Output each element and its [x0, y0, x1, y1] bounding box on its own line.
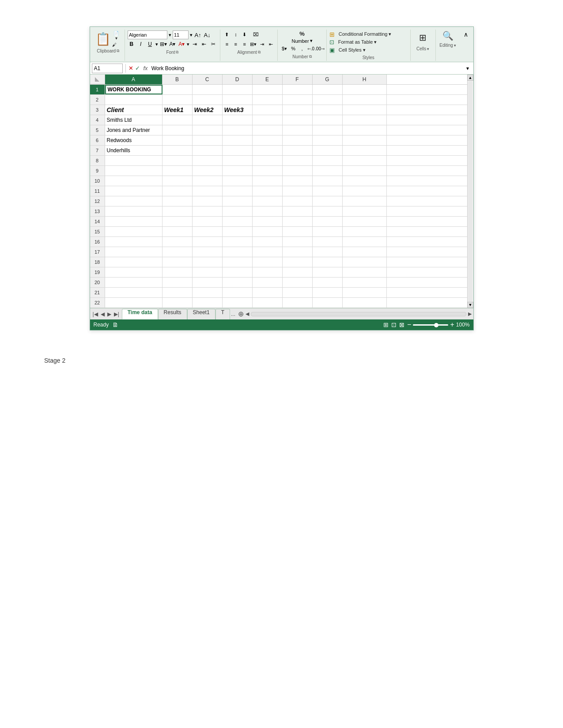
cell-E20[interactable] [253, 278, 283, 287]
cell-c3[interactable]: Week2 [193, 105, 223, 115]
currency-button[interactable]: $▾ [280, 45, 288, 53]
cell-c5[interactable] [193, 125, 223, 135]
col-header-g[interactable]: G [313, 75, 343, 84]
cell-A13[interactable] [105, 206, 162, 216]
cell-B22[interactable] [162, 298, 193, 308]
cell-B10[interactable] [162, 176, 193, 186]
collapse-ribbon-button[interactable]: ∧ [462, 30, 470, 38]
cell-f3[interactable] [283, 105, 313, 115]
cell-g6[interactable] [313, 135, 343, 145]
normal-view-icon[interactable]: ⊞ [383, 321, 389, 328]
confirm-formula-icon[interactable]: ✓ [135, 65, 140, 71]
col-header-b[interactable]: B [162, 75, 193, 84]
increase-decimal-button[interactable]: .00⇾ [316, 45, 324, 53]
cell-G11[interactable] [313, 186, 343, 196]
cell-F17[interactable] [283, 247, 313, 257]
cell-H18[interactable] [343, 257, 387, 267]
col-header-e[interactable]: E [253, 75, 283, 84]
cell-A12[interactable] [105, 196, 162, 206]
search-icon[interactable]: 🔍 [442, 30, 453, 41]
cell-f7[interactable] [283, 146, 313, 155]
cell-G22[interactable] [313, 298, 343, 308]
cell-A22[interactable] [105, 298, 162, 308]
font-size-input[interactable] [173, 30, 189, 39]
cell-E10[interactable] [253, 176, 283, 186]
scroll-left-button[interactable]: ◀ [246, 311, 249, 317]
cell-e5[interactable] [253, 125, 283, 135]
decrease-indent-button[interactable]: ⇤ [200, 40, 208, 48]
horizontal-scrollbar-track[interactable] [251, 312, 466, 316]
cell-D8[interactable] [223, 156, 253, 165]
cell-H10[interactable] [343, 176, 387, 186]
horizontal-scroll[interactable]: ◀ ▶ [246, 308, 472, 320]
cell-E21[interactable] [253, 288, 283, 297]
cell-B17[interactable] [162, 247, 193, 257]
cell-H17[interactable] [343, 247, 387, 257]
percent-button[interactable]: % [289, 45, 297, 53]
cell-h1[interactable] [343, 85, 387, 94]
merge-button[interactable]: ⊞▾ [249, 40, 257, 48]
formula-bar-expand[interactable]: ▾ [464, 64, 472, 72]
cell-b4[interactable] [162, 115, 193, 125]
cell-A15[interactable] [105, 227, 162, 236]
cell-A21[interactable] [105, 288, 162, 297]
cell-f1[interactable] [283, 85, 313, 94]
cell-A9[interactable] [105, 166, 162, 176]
cell-E11[interactable] [253, 186, 283, 196]
number-format-dropdown[interactable]: Number ▾ [291, 38, 312, 44]
fill-color-button[interactable]: A▾ [169, 40, 177, 48]
cell-D11[interactable] [223, 186, 253, 196]
cell-C18[interactable] [193, 257, 223, 267]
cell-A20[interactable] [105, 278, 162, 287]
cell-G12[interactable] [313, 196, 343, 206]
cell-b1[interactable] [162, 85, 193, 94]
page-break-icon[interactable]: ⊠ [399, 321, 404, 328]
cell-G20[interactable] [313, 278, 343, 287]
tab-nav-last[interactable]: ▶| [113, 311, 120, 317]
cell-A11[interactable] [105, 186, 162, 196]
cell-c7[interactable] [193, 146, 223, 155]
cell-e6[interactable] [253, 135, 283, 145]
cell-d2[interactable] [223, 95, 253, 105]
cell-f4[interactable] [283, 115, 313, 125]
cell-C17[interactable] [193, 247, 223, 257]
scroll-right-button[interactable]: ▶ [468, 311, 472, 317]
cell-b3[interactable]: Week1 [162, 105, 193, 115]
cell-h2[interactable] [343, 95, 387, 105]
cell-a2[interactable] [105, 95, 162, 105]
cell-b6[interactable] [162, 135, 193, 145]
cell-D15[interactable] [223, 227, 253, 236]
cell-H16[interactable] [343, 237, 387, 247]
cell-F14[interactable] [283, 217, 313, 226]
decrease-decimal-button[interactable]: ⇽.0 [307, 45, 315, 53]
vertical-scrollbar[interactable]: ▲ ▼ [467, 75, 473, 308]
cell-C8[interactable] [193, 156, 223, 165]
increase-indent-button[interactable]: ⇥ [191, 40, 199, 48]
col-header-h[interactable]: H [343, 75, 387, 84]
cell-G17[interactable] [313, 247, 343, 257]
page-layout-icon[interactable]: ⊡ [391, 321, 397, 328]
tab-nav-next[interactable]: ▶ [106, 311, 112, 317]
indent-btn2[interactable]: ⇥ [258, 40, 266, 48]
cell-F9[interactable] [283, 166, 313, 176]
cell-G21[interactable] [313, 288, 343, 297]
cell-A10[interactable] [105, 176, 162, 186]
cell-H14[interactable] [343, 217, 387, 226]
cell-B11[interactable] [162, 186, 193, 196]
cell-c4[interactable] [193, 115, 223, 125]
text-wrap-button[interactable]: ✂ [209, 40, 217, 48]
cell-C14[interactable] [193, 217, 223, 226]
cell-E19[interactable] [253, 267, 283, 277]
cell-D17[interactable] [223, 247, 253, 257]
cell-g1[interactable] [313, 85, 343, 94]
italic-button[interactable]: I [137, 40, 145, 48]
zoom-plus-button[interactable]: + [450, 321, 454, 329]
cell-f5[interactable] [283, 125, 313, 135]
cell-E12[interactable] [253, 196, 283, 206]
formula-input[interactable] [151, 65, 462, 71]
cell-E18[interactable] [253, 257, 283, 267]
cell-e4[interactable] [253, 115, 283, 125]
cell-A18[interactable] [105, 257, 162, 267]
tab-nav-prev[interactable]: ◀ [100, 311, 106, 317]
cell-G19[interactable] [313, 267, 343, 277]
